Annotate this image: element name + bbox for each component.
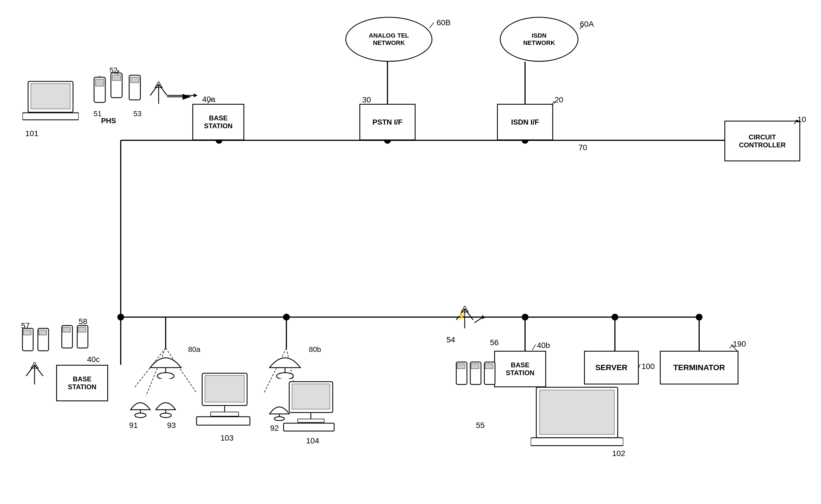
ref-60b: 60B	[437, 18, 451, 27]
phs-label: PHS	[101, 116, 116, 125]
svg-point-55	[157, 373, 174, 379]
svg-rect-64	[457, 364, 465, 369]
ref-55: 55	[476, 421, 485, 430]
svg-point-13	[283, 314, 290, 320]
handset-51	[93, 76, 108, 104]
handset-group-58	[60, 323, 97, 365]
ref-56: 56	[490, 338, 499, 347]
handset-group-55	[455, 359, 506, 415]
antenna-bottom-left	[25, 362, 44, 387]
ref-20: 20	[555, 95, 563, 104]
ref-54: 54	[447, 335, 455, 344]
svg-point-89	[160, 413, 171, 418]
ref-100: 100	[642, 362, 655, 371]
base-station-40c-box: BASESTATION	[56, 365, 108, 401]
svg-point-14	[522, 314, 529, 320]
ref-102: 102	[612, 449, 625, 458]
terminator-box: TERMINATOR	[660, 351, 738, 384]
svg-marker-34	[482, 315, 485, 319]
base-station-40a-label: BASESTATION	[204, 114, 233, 130]
device-93	[153, 390, 178, 418]
ref-40a: 40a	[202, 95, 215, 104]
svg-rect-82	[205, 375, 244, 402]
svg-point-15	[612, 314, 618, 320]
antenna-54: ⚡	[455, 306, 475, 331]
diagram: ISDNNETWORK ANALOG TELNETWORK 60A ↗ 60B …	[0, 0, 821, 504]
svg-line-36	[150, 84, 159, 95]
svg-line-102	[430, 22, 434, 28]
svg-point-16	[696, 314, 703, 320]
svg-line-37	[159, 84, 167, 95]
base-station-40b-label: BASESTATION	[506, 361, 535, 377]
svg-rect-99	[531, 438, 623, 446]
svg-point-12	[117, 314, 124, 320]
svg-rect-98	[540, 390, 614, 434]
ref-20-slash: ↗	[550, 100, 555, 107]
svg-rect-41	[22, 113, 79, 120]
base-station-40a-box: BASESTATION	[192, 104, 244, 140]
device-91	[128, 390, 153, 418]
ref-80a: 80a	[188, 345, 200, 354]
svg-rect-53	[131, 77, 139, 83]
device-92	[267, 396, 292, 421]
svg-rect-84	[210, 412, 239, 416]
hub-80a	[145, 345, 187, 379]
base-station-40c-label: BASESTATION	[68, 375, 97, 391]
terminator-label: TERMINATOR	[673, 363, 725, 372]
analog-tel-label: ANALOG TELNETWORK	[369, 32, 409, 47]
ref-104: 104	[306, 436, 319, 445]
ref-60a-line: ↗	[579, 24, 584, 31]
svg-rect-93	[298, 419, 324, 422]
svg-line-107	[532, 345, 536, 350]
svg-rect-45	[95, 79, 104, 86]
svg-rect-85	[196, 417, 250, 425]
svg-rect-74	[63, 327, 70, 332]
svg-point-87	[135, 413, 146, 418]
svg-line-33	[475, 317, 483, 323]
hub-80b	[264, 345, 306, 379]
svg-line-79	[35, 365, 43, 376]
antenna-top	[149, 81, 168, 107]
svg-rect-40	[31, 84, 70, 109]
ref-190-slash: ↗	[729, 343, 734, 350]
ref-51: 51	[93, 109, 102, 118]
laptop-102	[531, 384, 623, 446]
ref-80b: 80b	[309, 345, 321, 354]
svg-rect-68	[485, 364, 493, 369]
handset-group-57	[21, 326, 58, 368]
isdn-network-node: ISDNNETWORK	[500, 17, 579, 62]
pstn-if-label: PSTN I/F	[372, 118, 402, 127]
ref-57: 57	[21, 321, 30, 330]
svg-rect-66	[471, 364, 479, 369]
ref-58: 58	[79, 317, 87, 326]
svg-rect-76	[78, 327, 86, 332]
svg-text:⚡: ⚡	[456, 311, 467, 321]
ref-53: 53	[133, 109, 141, 118]
ref-101: 101	[25, 129, 38, 138]
svg-rect-91	[292, 384, 330, 409]
server-box: SERVER	[584, 351, 639, 384]
ref-93: 93	[167, 421, 176, 430]
circuit-controller-box: CIRCUITCONTROLLER	[724, 121, 800, 161]
svg-rect-72	[39, 330, 47, 335]
isdn-if-label: ISDN I/F	[511, 118, 539, 127]
isdn-if-box: ISDN I/F	[497, 104, 553, 140]
ref-190: 190	[733, 340, 746, 349]
ref-40b: 40b	[537, 341, 550, 350]
ref-10-slash: ↗	[793, 117, 799, 127]
svg-point-57	[276, 373, 293, 379]
svg-line-106	[639, 364, 640, 368]
svg-rect-70	[23, 330, 31, 335]
server-label: SERVER	[595, 363, 628, 372]
ref-30: 30	[362, 95, 371, 104]
isdn-network-label: ISDNNETWORK	[523, 32, 555, 47]
circuit-controller-label: CIRCUITCONTROLLER	[739, 133, 786, 149]
pstn-if-box: PSTN I/F	[359, 104, 416, 140]
handset-53	[128, 74, 143, 102]
ref-70: 70	[579, 143, 587, 152]
computer-101	[22, 79, 79, 123]
analog-tel-network-node: ANALOG TELNETWORK	[345, 17, 433, 62]
svg-marker-32	[194, 93, 197, 97]
workstation-103	[194, 370, 255, 427]
ref-92: 92	[270, 424, 279, 433]
